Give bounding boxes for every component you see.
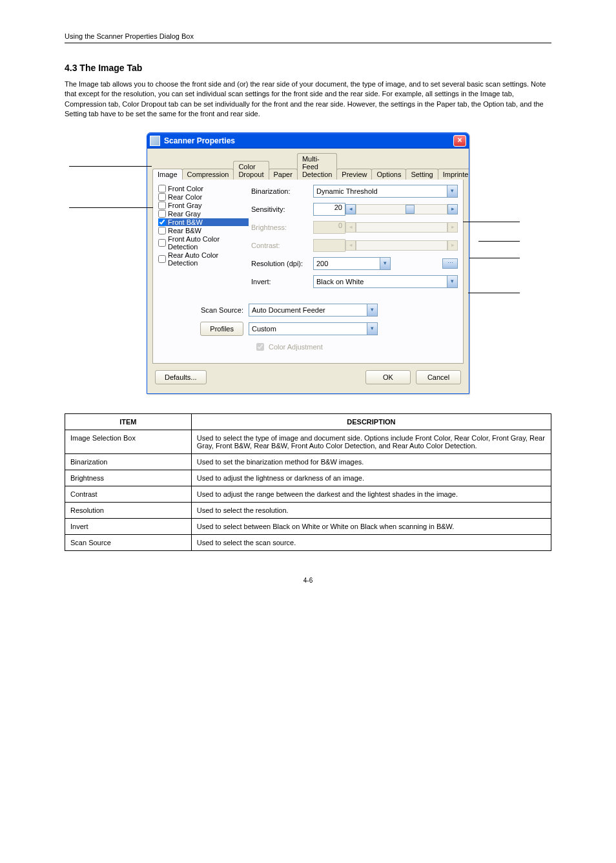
table-cell-desc: Used to select the type of image and doc… [191,430,551,453]
tab-paper[interactable]: Paper [269,169,298,180]
brightness-label: Brightness: [251,224,313,231]
slider-increase-icon: ▸ [447,222,458,233]
brightness-value: 0 [313,221,345,234]
tab-preview[interactable]: Preview [336,169,372,180]
chevron-down-icon[interactable]: ▾ [447,185,457,197]
tab-strip: Image Compression Color Dropout Paper Mu… [152,152,464,180]
callout-line [69,207,153,208]
profiles-combo[interactable]: Custom ▾ [249,322,378,335]
slider-increase-icon[interactable]: ▸ [447,204,458,214]
cancel-button[interactable]: Cancel [416,370,461,384]
table-row: ResolutionUsed to select the resolution. [65,502,551,518]
image-selection-label: Rear B&W [168,227,201,234]
sensitivity-value: 20 [313,203,345,216]
tab-setting[interactable]: Setting [406,169,438,180]
table-cell-item: Invert [65,518,192,534]
table-row: ContrastUsed to adjust the range between… [65,486,551,502]
checkbox[interactable] [158,218,166,226]
callout-line [69,166,152,167]
sensitivity-label: Sensitivity: [251,205,313,213]
table-row: Scan SourceUsed to select the scan sourc… [65,534,551,550]
window-titlebar: Scanner Properties × [147,133,469,149]
checkbox[interactable] [158,202,166,209]
image-selection-item[interactable]: Front Auto Color Detection [158,235,249,251]
scan-source-value: Auto Document Feeder [249,306,367,314]
invert-combo[interactable]: Black on White ▾ [313,275,458,288]
intro-paragraph: The Image tab allows you to choose the f… [65,79,551,120]
page-header: Using the Scanner Properties Dialog Box [65,32,551,40]
invert-value: Black on White [314,278,447,286]
binarization-value: Dynamic Threshold [314,187,447,195]
table-cell-item: Binarization [65,453,192,470]
table-header-item: ITEM [65,413,192,430]
color-adjustment-label: Color Adjustment [269,343,323,351]
table-row: BrightnessUsed to adjust the lightness o… [65,470,551,486]
resolution-spinner[interactable]: ⋯ [442,258,458,269]
resolution-combo[interactable]: 200 ▾ [313,257,391,270]
contrast-label: Contrast: [251,242,313,249]
image-selection-label: Rear Auto Color Detection [168,251,249,267]
tab-compression[interactable]: Compression [182,169,234,180]
checkbox[interactable] [158,239,166,247]
tab-image[interactable]: Image [152,169,183,180]
table-cell-desc: Used to adjust the range between the dar… [191,486,551,502]
table-cell-item: Contrast [65,486,192,502]
chevron-down-icon[interactable]: ▾ [367,323,377,335]
checkbox[interactable] [158,210,166,218]
profiles-button[interactable]: Profiles [200,322,243,336]
callout-line [468,293,520,293]
profiles-value: Custom [249,325,367,333]
tab-options[interactable]: Options [371,169,406,180]
chevron-down-icon[interactable]: ▾ [447,276,457,287]
slider-increase-icon: ▸ [447,240,458,251]
chevron-down-icon[interactable]: ▾ [367,304,377,316]
brightness-slider [356,222,447,233]
image-selection-item[interactable]: Rear Gray [158,210,249,218]
table-row: Image Selection BoxUsed to select the ty… [65,430,551,453]
slider-decrease-icon[interactable]: ◂ [345,204,356,214]
tab-multifeed[interactable]: Multi-Feed Detection [297,153,337,180]
contrast-value [313,239,345,252]
table-header-desc: DESCRIPTION [191,413,551,430]
ok-button[interactable]: OK [365,370,411,384]
callout-line [469,258,520,258]
contrast-slider [356,240,447,251]
image-selection-item[interactable]: Front B&W [158,218,249,226]
binarization-combo[interactable]: Dynamic Threshold ▾ [313,185,458,198]
scan-source-combo[interactable]: Auto Document Feeder ▾ [249,304,378,317]
checkbox[interactable] [158,193,166,201]
checkbox[interactable] [158,185,166,192]
image-selection-label: Rear Color [168,193,202,201]
table-row: InvertUsed to select between Black on Wh… [65,518,551,534]
table-cell-item: Resolution [65,502,192,518]
checkbox[interactable] [158,255,166,263]
tab-imprinter[interactable]: Imprinter [438,169,469,180]
sensitivity-slider[interactable] [356,204,447,214]
color-adjustment-checkbox: Color Adjustment [254,341,323,353]
table-cell-desc: Used to select the scan source. [191,534,551,550]
page-number: 4-6 [65,577,551,584]
table-row: BinarizationUsed to set the binarization… [65,453,551,470]
table-cell-item: Brightness [65,470,192,486]
resolution-label: Resolution (dpi): [251,260,313,267]
table-cell-desc: Used to select the resolution. [191,502,551,518]
defaults-button[interactable]: Defaults... [155,370,207,384]
table-cell-item: Image Selection Box [65,430,192,453]
image-selection-label: Front B&W [168,218,203,226]
chevron-down-icon[interactable]: ▾ [380,258,390,269]
scanner-properties-window: Scanner Properties × Image Compression C… [147,132,469,394]
image-selection-item[interactable]: Rear Color [158,193,249,201]
image-selection-item[interactable]: Front Color [158,185,249,192]
image-selection-label: Front Auto Color Detection [168,235,249,251]
close-icon[interactable]: × [453,135,466,147]
image-selection-item[interactable]: Rear Auto Color Detection [158,251,249,267]
checkbox[interactable] [158,227,166,234]
image-selection-item[interactable]: Rear B&W [158,227,249,234]
image-selection-box: Front ColorRear ColorFront GrayRear Gray… [158,185,249,293]
tab-color-dropout[interactable]: Color Dropout [233,161,269,180]
table-cell-desc: Used to select between Black on White or… [191,518,551,534]
window-title: Scanner Properties [164,136,453,145]
description-table: ITEM DESCRIPTION Image Selection BoxUsed… [65,413,551,551]
image-selection-item[interactable]: Front Gray [158,202,249,209]
invert-label: Invert: [251,278,313,286]
